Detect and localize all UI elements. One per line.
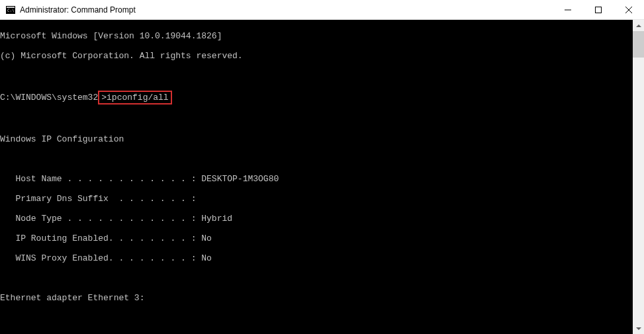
host-name-value: DESKTOP-1M3OG80 (201, 174, 279, 184)
window-title: Administrator: Command Prompt (20, 5, 553, 15)
cmd-icon: C:\ (5, 5, 16, 15)
scrollbar-thumb[interactable] (633, 31, 644, 58)
blank (0, 313, 633, 323)
blank (0, 114, 633, 124)
ip-routing-row: IP Routing Enabled. . . . . . . . : No (0, 233, 633, 243)
ip-routing-value: No (201, 233, 212, 243)
command-text: >ipconfig/all (101, 93, 168, 103)
ipconfig-title: Windows IP Configuration (0, 134, 633, 144)
prompt-line: C:\WINDOWS\system32>ipconfig/all (0, 91, 633, 104)
vertical-scrollbar[interactable] (633, 20, 644, 334)
svg-rect-4 (596, 7, 602, 13)
titlebar[interactable]: C:\ Administrator: Command Prompt (0, 0, 644, 20)
console-wrapper: Microsoft Windows [Version 10.0.19044.18… (0, 20, 644, 334)
copyright-line: (c) Microsoft Corporation. All rights re… (0, 51, 633, 61)
minimize-button[interactable] (553, 0, 583, 19)
node-type-value: Hybrid (201, 214, 232, 224)
ethernet-section-title: Ethernet adapter Ethernet 3: (0, 293, 633, 303)
maximize-button[interactable] (583, 0, 614, 19)
wins-proxy-row: WINS Proxy Enabled. . . . . . . . : No (0, 253, 633, 263)
svg-marker-7 (636, 24, 641, 27)
close-button[interactable] (614, 0, 644, 19)
prompt-path: C:\WINDOWS\system32 (0, 93, 98, 103)
scrollbar-track[interactable] (633, 31, 644, 323)
primary-dns-row: Primary Dns Suffix . . . . . . . : (0, 194, 633, 204)
blank (0, 71, 633, 81)
host-name-row: Host Name . . . . . . . . . . . . : DESK… (0, 174, 633, 184)
blank (0, 154, 633, 164)
svg-marker-8 (636, 327, 641, 330)
command-highlight: >ipconfig/all (98, 91, 171, 104)
window-controls (553, 0, 644, 19)
console-output[interactable]: Microsoft Windows [Version 10.0.19044.18… (0, 20, 633, 334)
version-line: Microsoft Windows [Version 10.0.19044.18… (0, 31, 633, 41)
blank (0, 273, 633, 283)
scroll-down-button[interactable] (633, 323, 644, 334)
node-type-row: Node Type . . . . . . . . . . . . : Hybr… (0, 214, 633, 224)
svg-text:C:\: C:\ (7, 8, 15, 13)
wins-proxy-value: No (201, 253, 212, 263)
scroll-up-button[interactable] (633, 20, 644, 31)
